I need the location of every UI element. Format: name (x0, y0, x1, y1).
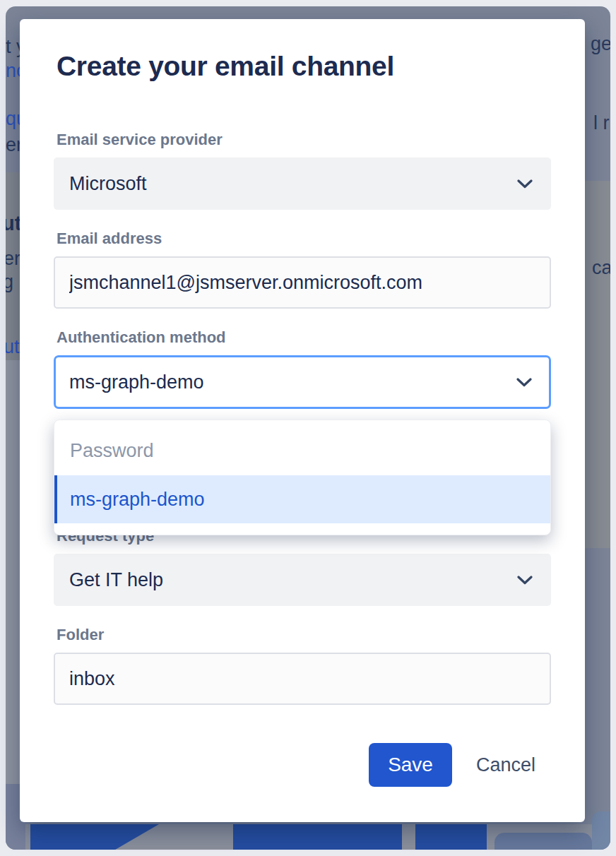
email-service-provider-label: Email service provider (57, 132, 551, 148)
menu-option-password[interactable]: Password (54, 426, 550, 475)
dialog-title: Create your email channel (57, 19, 551, 83)
email-service-provider-value: Microsoft (69, 173, 147, 195)
create-email-channel-dialog: Create your email channel Email service … (20, 19, 585, 822)
authentication-method-menu: Password ms-graph-demo (54, 420, 551, 535)
authentication-method-label: Authentication method (57, 330, 551, 345)
backdrop-blue-shape (415, 824, 487, 850)
backdrop-hill-shape (494, 833, 592, 850)
email-service-provider-select[interactable]: Microsoft (54, 157, 551, 210)
email-address-input[interactable] (54, 256, 551, 309)
chevron-down-icon (517, 576, 533, 585)
authentication-method-value: ms-graph-demo (69, 371, 204, 393)
folder-label: Folder (57, 627, 551, 643)
dialog-actions: Save Cancel (54, 743, 551, 787)
backdrop-blue-shape (233, 824, 402, 850)
email-address-label: Email address (57, 231, 551, 246)
backdrop-hill-shape (592, 812, 610, 850)
backdrop-text-fragment: ca (592, 257, 610, 278)
request-type-value: Get IT help (69, 569, 163, 591)
chevron-down-icon (517, 179, 533, 189)
chevron-down-icon (516, 378, 532, 387)
backdrop-text-fragment: ges (591, 33, 610, 54)
request-type-select[interactable]: Get IT help (54, 554, 551, 606)
backdrop-text-fragment: ut (6, 336, 20, 357)
folder-input[interactable] (54, 653, 551, 705)
backdrop-text-fragment: l r (593, 112, 610, 133)
authentication-method-select[interactable]: ms-graph-demo (54, 355, 551, 409)
cancel-button[interactable]: Cancel (461, 743, 551, 787)
save-button[interactable]: Save (369, 743, 452, 787)
menu-option-ms-graph-demo[interactable]: ms-graph-demo (54, 475, 550, 523)
